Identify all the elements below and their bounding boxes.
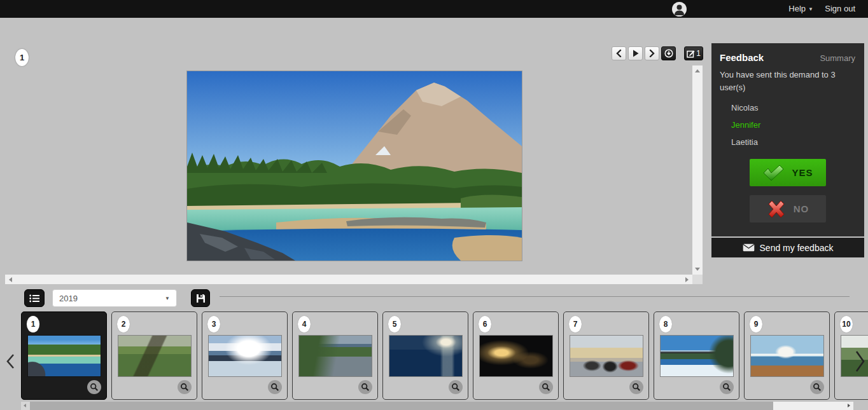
scrollbar-thumb[interactable] xyxy=(30,402,773,410)
filmstrip-scroll-right-button[interactable] xyxy=(855,350,865,375)
thumbnail-image xyxy=(661,336,733,376)
send-feedback-button[interactable]: Send my feedback xyxy=(711,238,864,257)
scrollbar-corner xyxy=(692,275,703,284)
zoom-thumbnail-button[interactable] xyxy=(720,380,734,394)
thumbnail-number: 8 xyxy=(659,316,672,332)
scroll-left-arrow xyxy=(24,404,26,407)
magnifier-icon xyxy=(270,383,279,392)
magnifier-icon xyxy=(180,383,189,392)
filmstrip-horizontal-scrollbar[interactable] xyxy=(21,402,853,410)
x-icon xyxy=(767,200,786,218)
feedback-message: You have sent this demand to 3 user(s) xyxy=(711,63,864,94)
top-bar: Help▼ Sign out xyxy=(0,0,868,18)
feedback-title: Feedback xyxy=(720,52,764,63)
person-icon xyxy=(674,4,685,15)
no-button[interactable]: NO xyxy=(750,195,826,222)
help-label: Help xyxy=(788,4,806,13)
download-photo-button[interactable] xyxy=(661,46,676,60)
edit-pencil-icon xyxy=(687,50,695,58)
thumbnail-number: 1 xyxy=(27,316,39,332)
sign-out-link[interactable]: Sign out xyxy=(825,0,855,18)
feedback-panel: Feedback Summary You have sent this dema… xyxy=(711,43,864,236)
chevron-left-icon xyxy=(616,50,622,57)
thumbnail-cell-4[interactable]: 4 xyxy=(292,311,378,400)
list-icon xyxy=(29,294,39,303)
recipient-nicolas: Nicolas xyxy=(711,99,864,116)
chevron-right-icon xyxy=(649,50,655,57)
magnifier-icon xyxy=(542,383,550,392)
chevron-left-icon xyxy=(6,353,15,369)
magnifier-icon xyxy=(361,383,370,392)
circle-arrow-down-icon xyxy=(664,49,673,58)
thumbnail-number: 9 xyxy=(750,316,762,332)
recipient-jennifer: Jennifer xyxy=(711,116,864,133)
save-button[interactable] xyxy=(191,289,210,307)
zoom-thumbnail-button[interactable] xyxy=(358,380,372,394)
zoom-thumbnail-button[interactable] xyxy=(810,380,824,394)
play-icon xyxy=(633,50,639,57)
scroll-down-arrow[interactable] xyxy=(695,268,700,271)
scrollbar-left-button[interactable] xyxy=(21,402,30,410)
year-select[interactable]: 2019 ▼ xyxy=(52,289,177,307)
edit-count: 1 xyxy=(696,49,701,58)
thumbnail-image xyxy=(209,336,281,376)
main-photo-image xyxy=(187,71,522,261)
recipient-list: Nicolas Jennifer Laetitia xyxy=(711,99,864,151)
thumbnail-cell-1[interactable]: 1 xyxy=(21,311,107,400)
toolbar-divider xyxy=(220,296,850,297)
year-selected-value: 2019 xyxy=(59,294,78,303)
help-menu[interactable]: Help▼ xyxy=(788,0,813,18)
thumbnail-cell-7[interactable]: 7 xyxy=(563,311,649,400)
thumbnail-cell-9[interactable]: 9 xyxy=(744,311,830,400)
thumbnail-cell-2[interactable]: 2 xyxy=(111,311,197,400)
scroll-right-arrow[interactable] xyxy=(848,404,850,407)
list-view-button[interactable] xyxy=(24,289,45,307)
filmstrip: 1 2 3 4 xyxy=(21,311,868,400)
next-photo-button[interactable] xyxy=(645,46,659,60)
viewer-vertical-scrollbar[interactable] xyxy=(692,65,703,275)
magnifier-icon xyxy=(451,383,460,392)
thumbnail-image xyxy=(118,336,191,376)
viewer-controls: 1 xyxy=(612,46,703,60)
zoom-thumbnail-button[interactable] xyxy=(87,380,101,394)
thumbnail-number: 4 xyxy=(298,316,311,332)
scroll-right-arrow[interactable] xyxy=(685,277,689,282)
send-feedback-label: Send my feedback xyxy=(760,243,834,253)
scroll-up-arrow[interactable] xyxy=(695,69,700,72)
chevron-right-icon xyxy=(855,350,865,372)
photo-index-badge: 1 xyxy=(15,49,29,66)
zoom-thumbnail-button[interactable] xyxy=(268,380,282,394)
checkmark-icon xyxy=(762,165,784,181)
viewer-horizontal-scrollbar[interactable] xyxy=(5,275,692,284)
magnifier-icon xyxy=(813,383,822,392)
chevron-down-icon: ▼ xyxy=(808,6,813,12)
scroll-left-arrow[interactable] xyxy=(9,277,12,282)
thumbnail-number: 6 xyxy=(479,316,491,332)
thumbnail-number: 3 xyxy=(207,316,220,332)
filmstrip-scroll-left-button[interactable] xyxy=(6,353,15,372)
thumbnail-number: 2 xyxy=(117,316,130,332)
thumbnail-image xyxy=(28,336,101,376)
thumbnail-cell-6[interactable]: 6 xyxy=(473,311,559,400)
yes-label: YES xyxy=(792,167,813,178)
thumbnail-cell-5[interactable]: 5 xyxy=(382,311,468,400)
previous-photo-button[interactable] xyxy=(612,46,626,60)
zoom-thumbnail-button[interactable] xyxy=(539,380,553,394)
magnifier-icon xyxy=(722,383,731,392)
summary-link[interactable]: Summary xyxy=(820,53,855,63)
thumbnail-image xyxy=(389,336,462,376)
magnifier-icon xyxy=(90,383,99,392)
thumbnail-number: 7 xyxy=(569,316,582,332)
zoom-thumbnail-button[interactable] xyxy=(449,380,463,394)
edit-note-button[interactable]: 1 xyxy=(684,46,703,60)
zoom-thumbnail-button[interactable] xyxy=(629,380,643,394)
thumbnail-cell-8[interactable]: 8 xyxy=(654,311,739,400)
thumbnail-cell-3[interactable]: 3 xyxy=(202,311,288,400)
zoom-thumbnail-button[interactable] xyxy=(178,380,192,394)
thumbnail-image xyxy=(751,336,823,376)
user-avatar[interactable] xyxy=(672,2,687,17)
save-floppy-icon xyxy=(196,294,206,303)
yes-button[interactable]: YES xyxy=(750,159,826,186)
thumbnail-number: 10 xyxy=(840,316,853,332)
slideshow-play-button[interactable] xyxy=(628,46,643,60)
